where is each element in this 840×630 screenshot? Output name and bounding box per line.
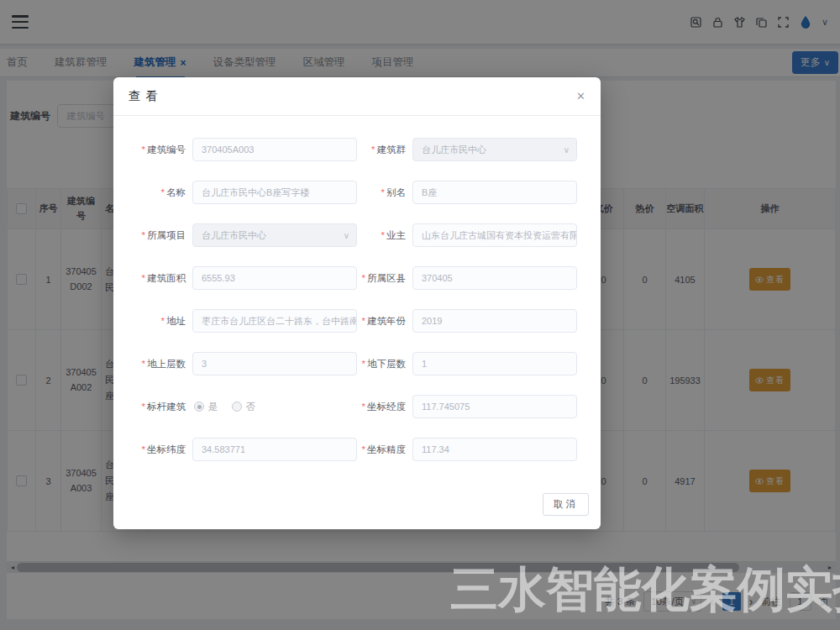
longitude-input[interactable]: 117.745075 (412, 395, 577, 418)
close-icon[interactable]: ✕ (576, 90, 585, 102)
field-address: *地址 枣庄市台儿庄区台二十路东，台中路南 (137, 309, 357, 333)
district-input[interactable]: 370405 (412, 266, 577, 290)
name-input[interactable]: 台儿庄市民中心B座写字楼 (192, 181, 357, 204)
dialog-body: *建筑编号 370405A003 *建筑群 台儿庄市民中心∨ *名称 台儿庄市民… (113, 116, 601, 493)
dialog-title: 查看 (129, 88, 163, 104)
alias-input[interactable]: B座 (412, 181, 577, 204)
field-owner: *业主 山东台儿庄古城国有资本投资运营有限公司 (357, 223, 577, 247)
build-year-input[interactable]: 2019 (412, 309, 577, 333)
floors-below-input[interactable]: 1 (412, 352, 577, 375)
building-no-input[interactable]: 370405A003 (192, 138, 357, 161)
cancel-button[interactable]: 取消 (543, 493, 589, 516)
radio-no[interactable]: 否 (232, 401, 256, 413)
dialog-header: 查看 ✕ (113, 77, 601, 116)
chevron-down-icon: ∨ (564, 145, 570, 155)
building-area-input[interactable]: 6555.93 (192, 266, 357, 290)
radio-dot (194, 402, 204, 412)
field-alias: *别名 B座 (357, 181, 577, 204)
field-building-group: *建筑群 台儿庄市民中心∨ (357, 138, 577, 161)
field-district: *所属区县 370405 (357, 266, 577, 290)
field-floors-above: *地上层数 3 (137, 352, 357, 375)
field-building-area: *建筑面积 6555.93 (137, 266, 357, 290)
field-benchmark-building: *标杆建筑 是 否 (137, 395, 357, 418)
owner-input[interactable]: 山东台儿庄古城国有资本投资运营有限公司 (412, 223, 577, 247)
radio-dot (232, 402, 242, 412)
field-coord-precision: *坐标精度 117.34 (357, 438, 577, 461)
field-building-no: *建筑编号 370405A003 (137, 138, 357, 161)
field-latitude: *坐标纬度 34.583771 (137, 438, 357, 461)
field-build-year: *建筑年份 2019 (357, 309, 577, 333)
project-select[interactable]: 台儿庄市民中心∨ (192, 223, 357, 247)
dialog-footer: 取消 (113, 493, 601, 529)
latitude-input[interactable]: 34.583771 (192, 438, 357, 461)
coord-precision-input[interactable]: 117.34 (412, 438, 577, 461)
field-floors-below: *地下层数 1 (357, 352, 577, 375)
floors-above-input[interactable]: 3 (192, 352, 357, 375)
field-name: *名称 台儿庄市民中心B座写字楼 (137, 181, 357, 204)
view-dialog: 查看 ✕ *建筑编号 370405A003 *建筑群 台儿庄市民中心∨ *名称 … (113, 77, 601, 529)
field-project: *所属项目 台儿庄市民中心∨ (137, 223, 357, 247)
chevron-down-icon: ∨ (344, 231, 349, 240)
building-group-select[interactable]: 台儿庄市民中心∨ (412, 138, 577, 161)
radio-yes[interactable]: 是 (194, 401, 218, 413)
benchmark-radio-group: 是 否 (192, 401, 255, 413)
address-input[interactable]: 枣庄市台儿庄区台二十路东，台中路南 (192, 309, 357, 333)
field-longitude: *坐标经度 117.745075 (357, 395, 577, 418)
